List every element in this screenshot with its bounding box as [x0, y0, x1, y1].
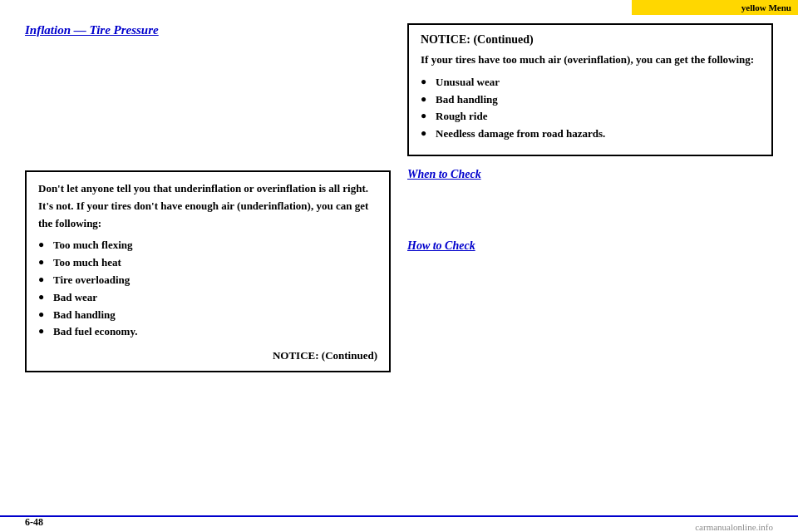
bullet-bad-fuel: Bad fuel economy. [38, 323, 377, 341]
when-to-check-body [407, 186, 773, 228]
top-bar: yellow Menu [632, 0, 798, 15]
how-to-check-body [407, 258, 773, 299]
left-column: Inflation — Tire Pressure Don't let anyo… [25, 23, 391, 372]
left-bullet-list: Too much flexing Too much heat Tire over… [38, 237, 377, 341]
right-notice-body: If your tires have too much air (overinf… [421, 52, 760, 143]
right-column: NOTICE: (Continued) If your tires have t… [407, 23, 773, 306]
left-notice-intro: Don't let anyone tell you that underinfl… [38, 180, 377, 341]
right-notice-intro: If your tires have too much air (overinf… [421, 52, 760, 69]
right-notice-box: NOTICE: (Continued) If your tires have t… [407, 23, 773, 156]
bullet-too-much-flexing: Too much flexing [38, 237, 377, 254]
when-to-check-heading: When to Check [407, 168, 773, 181]
bullet-unusual-wear: Unusual wear [421, 74, 760, 91]
bullet-needless-damage: Needless damage from road hazards. [421, 126, 760, 143]
page-number: 6-48 [25, 516, 43, 529]
left-notice-box: Don't let anyone tell you that underinfl… [25, 170, 391, 372]
bullet-bad-wear: Bad wear [38, 289, 377, 307]
bottom-divider [0, 515, 798, 517]
how-to-check-heading: How to Check [407, 239, 773, 253]
left-notice-continued: NOTICE: (Continued) [38, 349, 377, 362]
bullet-rough-ride: Rough ride [421, 108, 760, 126]
top-bar-label: yellow Menu [741, 2, 791, 12]
bullet-bad-handling-right: Bad handling [421, 91, 760, 109]
right-notice-title: NOTICE: (Continued) [421, 33, 760, 47]
bullet-tire-overloading: Tire overloading [38, 272, 377, 289]
watermark: carmanualonline.info [695, 522, 773, 532]
bullet-too-much-heat: Too much heat [38, 254, 377, 272]
bullet-bad-handling: Bad handling [38, 307, 377, 324]
inflation-heading: Inflation — Tire Pressure [25, 23, 391, 37]
right-bullet-list: Unusual wear Bad handling Rough ride Nee… [421, 74, 760, 143]
